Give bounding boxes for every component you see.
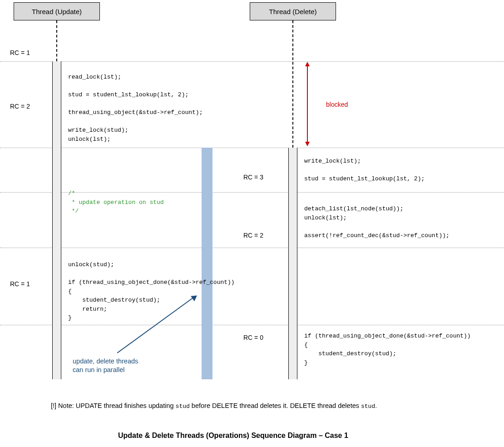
hline-1 (0, 61, 504, 62)
hline-4 (0, 248, 504, 248)
rc-label-2a: RC = 2 (10, 103, 30, 110)
rc-label-0: RC = 0 (243, 334, 263, 341)
footer-note: [!] Note: UPDATE thread finishes updatin… (51, 402, 377, 410)
rc-label-1b: RC = 1 (10, 280, 30, 288)
code-update-3: unlock(stud); if (thread_using_object_do… (68, 260, 235, 323)
rc-label-2b: RC = 2 (243, 232, 263, 239)
activation-delete (288, 148, 297, 379)
code-delete-3: if (thread_using_object_done(&stud->ref_… (304, 332, 471, 367)
code-update-comment: /* * update operation on stud */ (68, 189, 164, 216)
rc-label-1a: RC = 1 (10, 49, 30, 56)
blocked-arrow-up (305, 62, 310, 66)
note-suffix: . (375, 402, 377, 409)
diagram-title: Update & Delete Threads (Operations) Seq… (118, 432, 348, 440)
code-delete-1: write_lock(lst); stud = student_lst_look… (304, 157, 425, 184)
blocked-label: blocked (326, 101, 348, 108)
blocked-arrow-shaft (307, 64, 308, 145)
code-update-1: read_lock(lst); stud = student_lst_looku… (68, 73, 203, 144)
note-mid: before DELETE thread deletes it. DELETE … (190, 402, 361, 409)
hline-5 (0, 325, 504, 325)
note-code2: stud (361, 403, 375, 410)
note-prefix: [!] Note: UPDATE thread finishes updatin… (51, 402, 176, 409)
code-delete-2: detach_list(lst_node(stud)); unlock(lst)… (304, 204, 450, 240)
note-code1: stud (176, 403, 190, 410)
lifeline-update-top (56, 20, 57, 61)
header-update: Thread (Update) (14, 2, 100, 20)
rc-label-3: RC = 3 (243, 174, 263, 181)
header-delete: Thread (Delete) (250, 2, 336, 20)
parallel-note: update, delete threads can run in parall… (73, 357, 138, 374)
activation-update (52, 61, 61, 379)
lifeline-delete-top (292, 20, 293, 148)
blocked-arrow-down (305, 142, 310, 146)
hline-2 (0, 148, 504, 148)
